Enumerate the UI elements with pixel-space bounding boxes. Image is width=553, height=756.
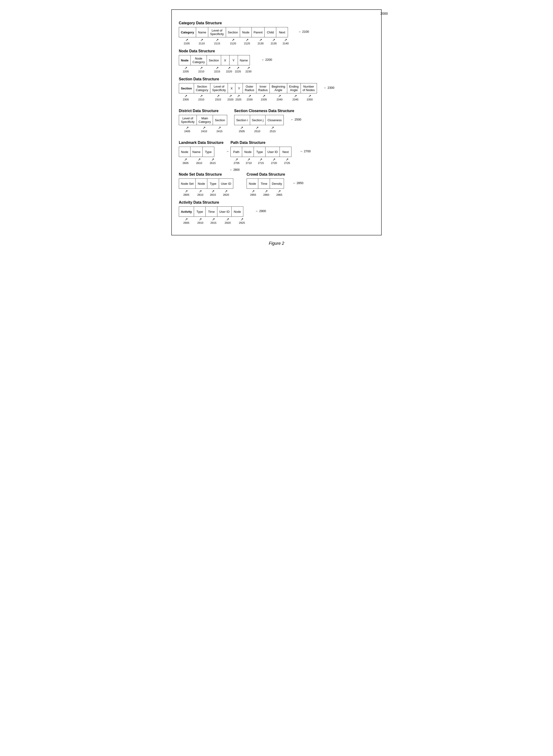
cell-type4: Type bbox=[194, 206, 206, 217]
section-ref: ← 2300 bbox=[324, 86, 334, 89]
arrow-2415: ↗2415 bbox=[213, 126, 227, 133]
cell-user-id3: User ID bbox=[217, 206, 232, 217]
corner-ref: 2000 bbox=[381, 12, 388, 15]
section-closeness-title: Section Closeness Data Structure bbox=[234, 109, 294, 113]
section-closeness-row: Section i Section j Closeness bbox=[234, 115, 284, 125]
cell-time: Time bbox=[258, 178, 270, 189]
cell-inner-radius: InnerRadius bbox=[256, 83, 270, 93]
cell-density: Density bbox=[270, 178, 284, 189]
crowd-ds-row: Node Time Density bbox=[247, 178, 286, 189]
cell-section-category: SectionCategory bbox=[194, 83, 210, 93]
district-ds-row: Level ofSpecificity MainCategory Section bbox=[179, 115, 227, 125]
cell-node-category: NodeCategory bbox=[191, 55, 207, 65]
arrow-2810: ↗2810 bbox=[194, 189, 207, 196]
category-ds-row: Category Name Level ofSpecificity Sectio… bbox=[179, 27, 292, 37]
cell-node7: Node bbox=[232, 206, 243, 217]
arrow-2125: ↗2125 bbox=[240, 38, 254, 45]
dual-row-1: District Data Structure Level ofSpecific… bbox=[179, 105, 374, 133]
crowd-ds: Crowd Data Structure Node Time Density ←… bbox=[247, 168, 286, 196]
landmark-arrows: ↗2605 ↗2610 ↗2615 bbox=[179, 158, 220, 165]
arrow-2805: ↗2805 bbox=[179, 189, 194, 196]
cell-x2: X bbox=[228, 83, 235, 93]
cell-time2: Time bbox=[206, 206, 217, 217]
arrow-2345: ↗2345 bbox=[288, 94, 303, 101]
cell-node2: Node bbox=[179, 55, 191, 65]
arrow-2610: ↗2610 bbox=[192, 158, 206, 165]
arrow-2925: ↗2925 bbox=[235, 217, 248, 224]
arrow-2140: ↗2140 bbox=[280, 38, 292, 45]
arrow-2305: ↗2305 bbox=[179, 94, 193, 101]
arrow-2215: ↗2215 bbox=[210, 66, 225, 73]
cell-type: Type bbox=[203, 147, 214, 157]
arrow-2505: ↗2505 bbox=[234, 126, 250, 133]
arrow-2350: ↗2350 bbox=[303, 94, 317, 101]
activity-ref: ← 2900 bbox=[255, 209, 266, 213]
arrow-2120: ↗2120 bbox=[226, 38, 240, 45]
cell-user-id: User ID bbox=[265, 147, 280, 157]
cell-section3: Section bbox=[179, 83, 194, 93]
district-ds: District Data Structure Level ofSpecific… bbox=[179, 105, 227, 133]
cell-parent: Parent bbox=[252, 27, 264, 37]
arrow-2210: ↗2210 bbox=[193, 66, 210, 73]
cell-section-j: Section j bbox=[250, 115, 266, 125]
arrow-2340: ↗2340 bbox=[271, 94, 288, 101]
cell-beginning-angle: BeginningAngle bbox=[270, 83, 287, 93]
main-box: 2000 Category Data Structure Category Na… bbox=[171, 9, 382, 235]
arrow-2220: ↗2220 bbox=[225, 66, 234, 73]
arrow-2335: ↗2335 bbox=[257, 94, 271, 101]
arrow-2720: ↗2720 bbox=[267, 158, 281, 165]
cell-level-spec3: Level ofSpecificity bbox=[179, 115, 197, 125]
landmark-ds: Landmark Data Structure Node Name Type ←… bbox=[179, 136, 224, 165]
arrow-2510: ↗2510 bbox=[250, 126, 265, 133]
activity-arrows: ↗2905 ↗2910 ↗2915 ↗2920 ↗2925 bbox=[179, 217, 248, 224]
crowd-arrows: ↗2855 ↗2860 ↗2865 bbox=[247, 189, 286, 196]
arrow-2725: ↗2725 bbox=[281, 158, 293, 165]
arrow-2905: ↗2905 bbox=[179, 217, 194, 224]
arrow-2715: ↗2715 bbox=[255, 158, 267, 165]
path-title: Path Data Structure bbox=[230, 140, 293, 145]
cell-section4: Section bbox=[213, 115, 227, 125]
arrow-2310: ↗2310 bbox=[193, 94, 210, 101]
node-arrows: ↗2205 ↗2210 ↗2215 ↗2220 ↗2225 ↗2230 bbox=[179, 66, 254, 73]
cell-node3: Node bbox=[179, 147, 190, 157]
arrow-2130: ↗2130 bbox=[254, 38, 267, 45]
arrow-2320: ↗2320 bbox=[227, 94, 234, 101]
arrow-2230: ↗2230 bbox=[242, 66, 254, 73]
arrow-2330: ↗2330 bbox=[242, 94, 257, 101]
activity-ds-row: Activity Type Time User ID Node bbox=[179, 206, 248, 217]
arrow-2605: ↗2605 bbox=[179, 158, 192, 165]
arrow-2135: ↗2135 bbox=[267, 38, 280, 45]
cell-section: Section bbox=[226, 27, 240, 37]
cell-type3: Type bbox=[207, 178, 219, 189]
nodeset-ds: Node Set Data Structure ← 2800 Node Set … bbox=[179, 168, 240, 196]
cell-next: Next bbox=[280, 147, 292, 157]
category-arrows: ↗2105 ↗2110 ↗2115 ↗2120 ↗2125 ↗2130 ↗213… bbox=[179, 38, 292, 45]
cell-level-spec2: Level ofSpecificity bbox=[210, 83, 228, 93]
arrow-2205: ↗2205 bbox=[179, 66, 193, 73]
path-ref: ← 2700 bbox=[300, 150, 311, 153]
cell-node4: Node bbox=[242, 147, 254, 157]
page-wrapper: 2000 Category Data Structure Category Na… bbox=[171, 9, 382, 246]
nodeset-arrows: ↗2805 ↗2810 ↗2815 ↗2820 bbox=[179, 189, 233, 196]
cell-main-cat: MainCategory bbox=[197, 115, 213, 125]
arrow-2820: ↗2820 bbox=[219, 189, 233, 196]
arrow-2915: ↗2915 bbox=[207, 217, 220, 224]
node-ds-row: Node NodeCategory Section X Y Name bbox=[179, 55, 254, 65]
cell-user-id2: User ID bbox=[219, 178, 233, 189]
cell-outer-radius: OuterRadius bbox=[243, 83, 256, 93]
arrow-2705: ↗2705 bbox=[230, 158, 243, 165]
category-ds-title: Category Data Structure bbox=[179, 21, 374, 25]
cell-name3: Name bbox=[190, 147, 203, 157]
activity-title: Activity Data Structure bbox=[179, 200, 374, 205]
node-ds-title: Node Data Structure bbox=[179, 49, 374, 53]
cell-name2: Name bbox=[238, 55, 250, 65]
cell-node-set: Node Set bbox=[179, 178, 195, 189]
arrow-2855: ↗2855 bbox=[247, 189, 260, 196]
arrow-2710: ↗2710 bbox=[243, 158, 255, 165]
arrow-2410: ↗2410 bbox=[195, 126, 213, 133]
category-ref: ← 2100 bbox=[298, 30, 309, 33]
section-ds-row: Section SectionCategory Level ofSpecific… bbox=[179, 83, 317, 93]
arrow-2815: ↗2815 bbox=[207, 189, 219, 196]
cell-ending-angle: EndingAngle bbox=[287, 83, 301, 93]
cell-type2: Type bbox=[254, 147, 265, 157]
